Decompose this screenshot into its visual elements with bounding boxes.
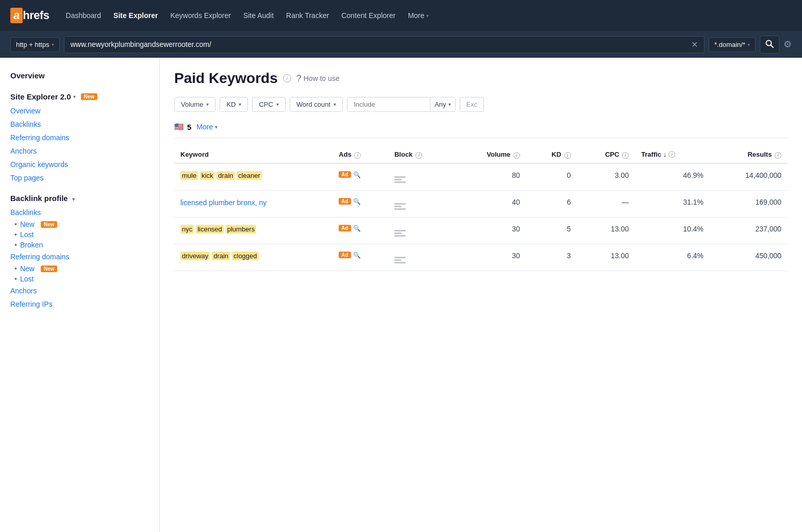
sidebar-overview-title: Overview [0, 68, 159, 83]
any-select[interactable]: Any ▾ [430, 97, 455, 111]
kd-cell: 3 [526, 244, 577, 271]
sidebar-item-backlinks-broken[interactable]: Broken [20, 240, 43, 250]
new-badge: New [81, 93, 98, 100]
ad-badge: Ad [339, 252, 350, 258]
keyword-cell: nyc licensed plumbers [174, 217, 332, 244]
nav-keywords-explorer[interactable]: Keywords Explorer [170, 11, 231, 20]
nav-site-audit[interactable]: Site Audit [243, 11, 274, 20]
sidebar-item-anchors[interactable]: Anchors [0, 144, 159, 158]
sidebar-item-referring-domains[interactable]: Referring domains [0, 131, 159, 144]
cpc-filter[interactable]: CPC ▾ [252, 97, 285, 112]
keyword-cell: mule kick drain cleaner [174, 163, 332, 191]
how-to-use-link[interactable]: ? How to use [296, 73, 340, 84]
results-cell: 14,400,000 [710, 163, 788, 191]
search-icon: 🔍 [353, 225, 361, 232]
chevron-down-icon: ▾ [215, 124, 218, 130]
block-cell [388, 163, 453, 191]
sidebar-item-referring-new[interactable]: New [20, 263, 35, 274]
ad-badge: Ad [339, 225, 350, 231]
sidebar-item-referring-domains-main[interactable]: Referring domains [0, 250, 159, 263]
search-icon [765, 40, 774, 48]
nav-content-explorer[interactable]: Content Explorer [341, 11, 395, 20]
include-input[interactable] [347, 97, 430, 111]
clear-icon[interactable]: ✕ [691, 40, 698, 49]
block-icon [394, 230, 406, 237]
chevron-down-icon: ▾ [239, 102, 241, 107]
main-layout: Overview Site Explorer 2.0 ▾ New Overvie… [0, 58, 802, 532]
top-navigation: a hrefs Dashboard Site Explorer Keywords… [0, 0, 802, 31]
exclude-filter[interactable]: Exc [460, 97, 484, 112]
sidebar-item-backlinks-main[interactable]: Backlinks [0, 206, 159, 219]
nav-dashboard[interactable]: Dashboard [66, 11, 102, 20]
search-icon: 🔍 [353, 252, 361, 259]
sidebar-item-top-pages[interactable]: Top pages [0, 171, 159, 185]
col-block: Block i [388, 146, 453, 163]
kd-cell: 0 [526, 163, 577, 191]
sidebar-backlinks-broken: • Broken [0, 240, 159, 250]
logo-a: a [10, 8, 23, 23]
results-cell: 450,000 [710, 244, 788, 271]
kd-filter[interactable]: KD ▾ [220, 97, 248, 112]
results-cell: 237,000 [710, 217, 788, 244]
url-input[interactable] [71, 40, 687, 48]
info-icon[interactable]: i [283, 74, 291, 82]
sidebar-backlinks-sub: • New New [0, 219, 159, 229]
keywords-table: Keyword Ads i Block i Volume i [174, 146, 788, 271]
search-icon: 🔍 [353, 198, 361, 205]
search-icon: 🔍 [353, 171, 361, 178]
col-results: Results i [710, 146, 788, 163]
col-keyword: Keyword [174, 146, 332, 163]
keyword-highlight: drain [212, 252, 230, 260]
nav-rank-tracker[interactable]: Rank Tracker [286, 11, 329, 20]
keyword-cell: licensed plumber bronx, ny [174, 190, 332, 217]
word-count-filter[interactable]: Word count ▾ [290, 97, 343, 112]
nav-site-explorer[interactable]: Site Explorer [113, 11, 158, 20]
keyword-highlight: kick [200, 171, 214, 180]
chevron-down-icon: ▾ [747, 42, 750, 47]
sidebar-item-backlinks[interactable]: Backlinks [0, 118, 159, 131]
include-filter-wrap: Any ▾ [347, 97, 455, 112]
kd-cell: 6 [526, 190, 577, 217]
logo[interactable]: a hrefs [10, 8, 49, 23]
table-row: driveway drain cloggedAd🔍30313.006.4%450… [174, 244, 788, 271]
sidebar-item-overview[interactable]: Overview [0, 104, 159, 118]
sidebar-item-referring-lost[interactable]: Lost [20, 274, 34, 284]
kd-cell: 5 [526, 217, 577, 244]
protocol-select[interactable]: http + https ▾ [10, 37, 60, 52]
info-icon: i [415, 152, 422, 159]
table-header-row: Keyword Ads i Block i Volume i [174, 146, 788, 163]
cpc-cell: 13.00 [577, 217, 636, 244]
sidebar-item-anchors-main[interactable]: Anchors [0, 284, 159, 297]
results-row: 🇺🇸 5 More ▾ [174, 122, 788, 138]
svg-line-1 [771, 45, 774, 47]
keyword-highlight: cleaner [237, 171, 262, 180]
keyword-highlight: licensed [196, 225, 224, 234]
sidebar-item-backlinks-lost[interactable]: Lost [20, 229, 34, 240]
col-traffic[interactable]: Traffic ↓ i [635, 146, 710, 163]
chevron-down-icon: ▾ [72, 196, 75, 202]
volume-cell: 40 [453, 190, 526, 217]
table-row: mule kick drain cleanerAd🔍8003.0046.9%14… [174, 163, 788, 191]
sidebar-item-referring-ips[interactable]: Referring IPs [0, 297, 159, 311]
new-badge-backlinks: New [41, 221, 58, 228]
keyword-highlight: clogged [232, 252, 259, 260]
nav-more[interactable]: More ▾ [408, 11, 429, 20]
volume-filter[interactable]: Volume ▾ [174, 97, 215, 112]
cpc-cell: — [577, 190, 636, 217]
settings-button[interactable]: ⚙ [783, 39, 792, 50]
more-button[interactable]: More ▾ [196, 123, 218, 131]
cpc-cell: 13.00 [577, 244, 636, 271]
main-content: Paid Keywords i ? How to use Volume ▾ KD… [160, 58, 802, 532]
keyword-highlight: driveway [180, 252, 210, 260]
block-cell [388, 217, 453, 244]
sidebar-item-backlinks-new[interactable]: New [20, 219, 35, 229]
sidebar-item-organic-keywords[interactable]: Organic keywords [0, 158, 159, 171]
chevron-down-icon: ▾ [52, 42, 54, 47]
col-volume: Volume i [453, 146, 526, 163]
traffic-cell: 10.4% [635, 217, 710, 244]
results-cell: 169,000 [710, 190, 788, 217]
domain-pattern-select[interactable]: *.domain/* ▾ [709, 37, 756, 52]
info-icon: i [669, 151, 675, 158]
keyword-link[interactable]: licensed plumber bronx, ny [180, 198, 266, 207]
search-button[interactable] [760, 36, 779, 54]
